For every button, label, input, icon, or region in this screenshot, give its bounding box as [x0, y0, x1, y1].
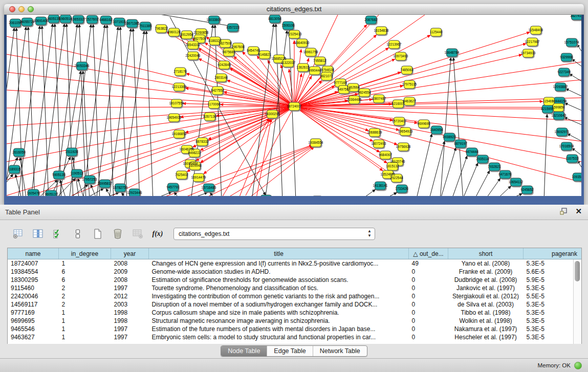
- column-header-year[interactable]: year: [111, 248, 149, 259]
- graph-node-label: 1640954: [430, 128, 443, 132]
- graph-node-label: 1190513: [71, 171, 83, 175]
- graph-node-label: 9474444: [465, 150, 478, 154]
- graph-node-label: 9990444: [308, 69, 321, 72]
- tab-network-table[interactable]: Network Table: [313, 346, 367, 356]
- tab-edge-table[interactable]: Edge Table: [267, 346, 312, 356]
- graph-node-label: 1527602: [85, 17, 99, 21]
- graph-node-label: 16671385: [125, 21, 140, 25]
- memory-indicator-icon[interactable]: [574, 362, 582, 369]
- graph-node-label: 22260858: [194, 31, 209, 34]
- graph-node-label: 10653327: [71, 17, 86, 21]
- graph-node-label: 9684067: [379, 153, 392, 157]
- graph-node-label: 9827509: [193, 37, 206, 40]
- graph-node-label: 8357223: [226, 26, 239, 29]
- table-scrollbar[interactable]: [573, 259, 581, 344]
- graph-node-label: 16210643: [552, 114, 567, 117]
- table-header-row: namein_degreeyeartitle△ out_de...shortpa…: [8, 248, 582, 259]
- graph-node-label: 19734933: [521, 51, 536, 55]
- table-tabbar: Node TableEdge TableNetwork Table: [0, 344, 588, 358]
- graph-node-label: 9463627: [403, 99, 416, 103]
- graph-node-label: 1093547: [572, 175, 581, 179]
- graph-node-label: 9777169: [334, 81, 347, 84]
- graph-node-label: 9875685: [222, 50, 235, 54]
- table-row[interactable]: 1938455462009Genome-wide association stu…: [8, 268, 582, 276]
- column-header-title[interactable]: title: [149, 248, 409, 259]
- graph-node-label: 2087682: [364, 18, 378, 21]
- graph-node-label: 9605137: [45, 192, 58, 196]
- delete-column-icon[interactable]: [111, 228, 124, 240]
- graph-node-label: 7955812: [313, 59, 326, 62]
- tab-node-table[interactable]: Node Table: [221, 346, 267, 356]
- table-select-dropdown[interactable]: citations_edges.txt ▲▼: [173, 228, 375, 240]
- graph-node-label: 17975115: [402, 82, 417, 86]
- function-builder-icon[interactable]: f(x): [151, 228, 164, 240]
- graph-node-label: 8960128: [167, 30, 181, 34]
- graph-node-label: 1599850: [552, 105, 565, 109]
- graph-node-label: 1815132: [386, 164, 399, 168]
- table-row[interactable]: 946362711997Embryonic stem cells: a mode…: [8, 333, 582, 341]
- graph-node-label: 11548408: [529, 28, 543, 32]
- graph-node-label: 30691406: [34, 19, 49, 23]
- graph-node-label: 18072493: [372, 142, 386, 145]
- graph-node-label: 1506106: [281, 24, 295, 27]
- column-header-name[interactable]: name: [8, 248, 59, 259]
- graph-node-label: 7485063: [400, 68, 413, 72]
- clear-selection-icon[interactable]: [71, 228, 84, 240]
- table-row[interactable]: 977716911998Corpus callosum shape and si…: [8, 309, 582, 317]
- graph-node-label: 22420046: [186, 54, 201, 57]
- graph-node-label: 9827508: [219, 41, 232, 45]
- window-titlebar[interactable]: citations_edges.txt: [4, 4, 584, 15]
- graph-node-label: 9794028: [321, 68, 334, 72]
- show-column-icon[interactable]: [31, 228, 45, 240]
- graph-node-label: 19756928: [396, 145, 411, 148]
- dropdown-arrows-icon: ▲▼: [367, 229, 372, 238]
- table-row[interactable]: 1872400712008Changes of HCN gene express…: [8, 259, 582, 268]
- column-header-in_degree[interactable]: in_degree: [59, 248, 111, 259]
- table-mode-icon[interactable]: [11, 228, 25, 240]
- graph-node-label: 17957253: [82, 178, 97, 181]
- status-bar: Memory: OK: [0, 358, 588, 372]
- graph-node-label: 29053346: [75, 64, 90, 68]
- graph-node-label: 16543312: [186, 43, 201, 47]
- column-header-short[interactable]: short: [448, 248, 524, 259]
- table-row[interactable]: 946554611997Estimation of the future num…: [8, 325, 582, 333]
- table-panel-header: Table Panel ✕: [0, 205, 588, 220]
- table-row[interactable]: 969969511998Structural magnetic resonanc…: [8, 317, 582, 325]
- graph-node-label: 8813054: [268, 17, 281, 20]
- table-row[interactable]: 1830029562008Estimation of significance …: [8, 276, 582, 284]
- column-header-pagerank[interactable]: pagerank: [524, 248, 582, 259]
- graph-node-label: 12923446: [127, 191, 142, 194]
- graph-node-label: 14136141: [373, 184, 388, 187]
- graph-node-label: 13524851: [381, 172, 396, 176]
- graph-node-label: 8471676: [498, 172, 512, 176]
- table-row[interactable]: 2242004622012Investigating the contribut…: [8, 292, 582, 300]
- graph-node-label: 15751074: [564, 40, 579, 44]
- close-panel-icon[interactable]: ✕: [575, 207, 582, 215]
- network-canvas[interactable]: 2061057240557243069140696051351960514106…: [7, 15, 581, 196]
- graph-node-label: 1362615: [296, 65, 310, 69]
- graph-node-label: 12213967: [387, 42, 402, 46]
- table-row[interactable]: 911546021997Tourette syndrome. Phenomeno…: [8, 284, 582, 292]
- graph-node-1616919[interactable]: [261, 195, 272, 196]
- select-mode-icon[interactable]: [51, 228, 64, 240]
- column-header-out_de[interactable]: △ out_de...: [409, 248, 448, 259]
- graph-node-label: 15720407: [392, 119, 407, 123]
- graph-node-label: 10973493: [394, 54, 408, 58]
- graph-node-label: 16782759: [113, 186, 128, 189]
- graph-node-label: 7625402: [175, 173, 188, 177]
- new-column-icon[interactable]: [91, 228, 104, 240]
- graph-node-label: 9821072: [320, 74, 333, 78]
- table-toolbar: f(x) citations_edges.txt ▲▼: [0, 220, 588, 248]
- table-row[interactable]: 1456911722003Disruption of a novel membe…: [8, 300, 582, 309]
- graph-node-label: 16154838: [374, 29, 389, 32]
- graph-node-label: 20364486: [347, 98, 362, 101]
- graph-node-label: 16648784: [445, 51, 460, 54]
- graph-node-label: 9498222: [188, 151, 201, 155]
- float-panel-icon[interactable]: [560, 207, 568, 215]
- graph-node-label: 18300295: [265, 112, 280, 116]
- graph-node-label: 15885225: [272, 57, 287, 60]
- scrollbar-thumb[interactable]: [575, 261, 580, 281]
- window-title: citations_edges.txt: [4, 5, 584, 13]
- graph-node-label: 7932621: [488, 165, 501, 168]
- graph-node-label: 7963822: [155, 27, 168, 30]
